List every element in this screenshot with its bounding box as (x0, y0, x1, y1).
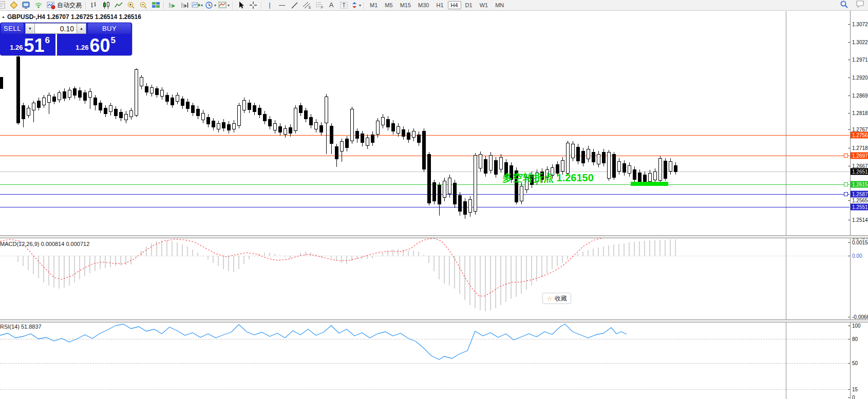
timeframe-m1[interactable]: M1 (367, 1, 381, 9)
timeframe-d1[interactable]: D1 (462, 1, 476, 9)
toolbar-separator (364, 2, 365, 9)
vertical-line-icon[interactable]: | (263, 1, 276, 10)
indicators-icon[interactable]: ▾ (191, 1, 204, 10)
axis-tick: 1.2718 (852, 145, 868, 151)
axis-tick: 1.2869 (852, 93, 868, 99)
toolbar-separator (85, 2, 86, 9)
timeframe-m15[interactable]: M15 (397, 1, 414, 9)
metaeditor-icon[interactable] (20, 1, 32, 10)
timeframe-group: M1M5M15M30H1H4D1W1MN (366, 1, 507, 9)
sell-button[interactable]: SELL (1, 23, 24, 34)
auto-scroll-icon[interactable] (166, 1, 178, 10)
chevron-down-icon: ▾ (214, 3, 216, 8)
axis-tick: 1.2971 (852, 57, 868, 63)
sell-price-big: 51 (24, 36, 44, 55)
crosshair-icon[interactable] (247, 1, 259, 10)
indicator-lines-overlay (0, 11, 868, 399)
buy-button[interactable]: BUY (88, 23, 131, 34)
new-order-clipped-icon[interactable] (0, 1, 8, 10)
axis-tick: 80 (852, 336, 858, 342)
axis-tick: 1.2818 (852, 110, 868, 116)
price-annotation: 多空转折点 1.26150 (502, 171, 594, 185)
pane-separator-macd[interactable] (0, 235, 868, 238)
buy-price-sup: 5 (111, 35, 116, 46)
chevron-down-icon: ▾ (359, 3, 361, 8)
price-label-1.2551: 1.2551 (851, 204, 868, 211)
rsi-label: RSI(14) 51.8837 (0, 324, 42, 330)
volume-decrease-button[interactable]: ▼ (25, 23, 35, 34)
macd-label: MACD(12,26,9) 0.000814 0.000712 (0, 241, 89, 247)
price-label-1.2587: 1.2587 (851, 191, 868, 198)
chevron-down-icon: ▾ (201, 3, 203, 8)
timeframe-mn[interactable]: MN (492, 1, 507, 9)
vertical-line-object[interactable] (786, 11, 786, 399)
search-icon[interactable] (840, 0, 848, 11)
sell-price-sup: 6 (45, 35, 50, 46)
buy-price-prefix: 1.26 (76, 44, 88, 51)
price-label-1.2756: 1.2756 (851, 132, 868, 139)
text-icon[interactable]: A (325, 1, 337, 10)
price-label-1.2651: 1.2651 (851, 168, 868, 175)
panel-collapse-arrow-icon[interactable]: ▲ (2, 15, 5, 18)
zoom-in-icon[interactable] (125, 1, 137, 10)
timeframe-m30[interactable]: M30 (415, 1, 432, 9)
horizontal-line-icon[interactable]: — (276, 1, 288, 10)
line-chart-icon[interactable] (112, 1, 125, 10)
price-label-1.2697: 1.2697 (851, 153, 868, 159)
pane-separator-rsi[interactable] (0, 319, 868, 322)
signals-icon[interactable] (32, 1, 45, 10)
axis-tick: 1.2920 (852, 75, 868, 81)
price-label-1.2615: 1.2615 (851, 181, 868, 188)
volume-value[interactable]: 0.10 (35, 23, 77, 34)
toolbar-separator (261, 2, 262, 9)
buy-price-big: 60 (89, 36, 110, 55)
timeframe-m5[interactable]: M5 (382, 1, 395, 9)
candlestick-icon[interactable] (100, 1, 112, 10)
autotrading-label: 自动交易 (57, 1, 82, 10)
chart-shift-icon[interactable] (178, 1, 191, 10)
sell-price[interactable]: 1.26 51 6 (0, 34, 50, 56)
timeframe-h1[interactable]: H1 (433, 1, 446, 9)
axis-tick: -0.0066 (852, 314, 868, 320)
channel-icon[interactable]: E (300, 1, 313, 10)
buy-price[interactable]: 1.26 60 5 (58, 34, 116, 56)
text-label-icon[interactable]: T (337, 1, 350, 10)
favorite-badge[interactable]: ☆ 收藏 (542, 293, 571, 304)
periods-icon[interactable]: ▾ (204, 1, 217, 10)
arrows-icon[interactable]: ▾ (350, 1, 362, 10)
star-icon: ☆ (546, 295, 553, 302)
sell-price-prefix: 1.26 (10, 44, 23, 51)
timeframe-w1[interactable]: W1 (477, 1, 492, 9)
svg-text:F: F (321, 6, 323, 9)
green-highlight-bar (631, 182, 668, 186)
svg-text:E: E (309, 6, 311, 9)
clipped-candle (0, 77, 3, 89)
chart-window: ▲ GBPUSD-,H4 1.26707 1.26725 1.26514 1.2… (0, 11, 868, 399)
toolbar: 自动交易 ▾ (0, 0, 868, 11)
axis-tick: 50 (852, 360, 858, 366)
chat-icon[interactable] (856, 0, 865, 10)
axis-tick: 15 (852, 387, 858, 392)
axis-tick: 1.3072 (852, 22, 868, 27)
chevron-down-icon: ▾ (228, 3, 230, 8)
toolbar-separator (232, 2, 233, 9)
volume-stepper: ▼ 0.10 ▲ (25, 23, 86, 34)
fibonacci-icon[interactable]: F (313, 1, 325, 10)
trendline-icon[interactable] (288, 1, 300, 10)
bar-chart-icon[interactable] (88, 1, 100, 10)
zoom-out-icon[interactable] (137, 1, 149, 10)
cursor-icon[interactable] (235, 1, 247, 10)
timeframe-h4[interactable]: H4 (448, 1, 461, 9)
axis-tick: 100 (852, 323, 861, 329)
templates-icon[interactable]: ▾ (217, 1, 231, 10)
autotrading-button[interactable]: 自动交易 (45, 1, 84, 10)
ohlc-info: GBPUSD-,H4 1.26707 1.26725 1.26514 1.265… (7, 13, 141, 21)
tile-windows-icon[interactable] (149, 1, 162, 10)
one-click-trading-panel: SELL ▼ 0.10 ▲ BUY 1.26 51 6 1.26 60 5 (0, 23, 132, 55)
axis-tick: 1.2565 (852, 198, 868, 203)
toolbar-separator (163, 2, 164, 9)
axis-tick: 1.2514 (852, 217, 868, 223)
volume-increase-button[interactable]: ▲ (77, 23, 86, 34)
axis-tick: 1.3022 (852, 40, 868, 45)
order-ticket-icon[interactable] (8, 1, 20, 10)
